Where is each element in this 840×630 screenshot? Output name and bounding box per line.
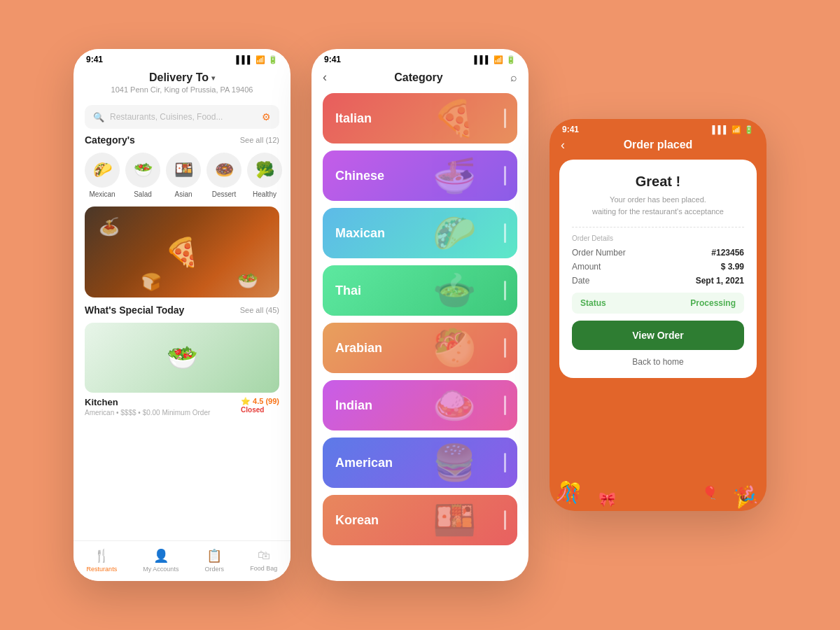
- status-bar-3: 9:41 ▌▌▌ 📶 🔋: [550, 119, 766, 137]
- back-button[interactable]: ‹: [323, 70, 327, 85]
- restaurant-card[interactable]: 🥗 Kitchen American • $$$$ • $0.00 Minimu…: [85, 323, 279, 416]
- delivery-to-label: Delivery To: [149, 71, 209, 84]
- date-key: Date: [572, 276, 589, 286]
- restaurant-image: 🥗: [85, 323, 279, 393]
- restaurant-meta: American • $$$$ • $0.00 Minimum Order: [85, 409, 210, 416]
- back-home-link[interactable]: Back to home: [572, 357, 744, 367]
- category-circle-mexican: 🌮: [85, 153, 120, 188]
- italian-bg: 🍕: [391, 93, 517, 144]
- nav-accounts[interactable]: 👤 My Accounts: [143, 548, 178, 573]
- status-time-2: 9:41: [324, 55, 341, 64]
- phone-order: 9:41 ▌▌▌ 📶 🔋 ‹ Order placed 🎀 🎊 🎉 🎈 ● ● …: [550, 119, 766, 511]
- amount-key: Amount: [572, 262, 601, 272]
- wifi-icon-2: 📶: [493, 55, 503, 64]
- amount-val: $ 3.99: [721, 262, 744, 272]
- category-label-asian: Asian: [174, 190, 192, 198]
- nav-accounts-label: My Accounts: [143, 566, 178, 573]
- restaurant-cuisine: American: [85, 409, 114, 416]
- category-list: Italian 🍕 Chinese 🍜 Maxican 🌮 Thai 🍲 Ara…: [312, 93, 528, 545]
- category-korean[interactable]: Korean 🍱: [323, 495, 517, 545]
- see-all-special[interactable]: See all (45): [240, 306, 279, 314]
- search-placeholder: Restaurants, Cuisines, Food...: [110, 112, 262, 122]
- nav-food-bag-label: Food Bag: [250, 565, 277, 572]
- view-order-button[interactable]: View Order: [572, 321, 744, 350]
- category-label-healthy: Healthy: [253, 190, 276, 198]
- category-dessert[interactable]: 🍩 Dessert: [206, 153, 241, 198]
- delivery-address: 1041 Penn Cir, King of Prussia, PA 19406: [85, 85, 279, 94]
- order-greeting: Great !: [572, 174, 744, 190]
- korean-label: Korean: [335, 513, 379, 528]
- status-bar-1: 9:41 ▌▌▌ 📶 🔋: [74, 49, 290, 67]
- maxican-bg: 🌮: [391, 208, 517, 258]
- arabian-bg: 🥙: [391, 323, 517, 373]
- category-american[interactable]: American 🍔: [323, 438, 517, 488]
- bottom-ribbon-4: 🎈: [702, 485, 718, 500]
- phone-category: 9:41 ▌▌▌ 📶 🔋 ‹ Category ⌕ Italian 🍕 Chin…: [312, 49, 528, 581]
- search-icon: 🔍: [93, 112, 104, 122]
- status-bar-2: 9:41 ▌▌▌ 📶 🔋: [312, 49, 528, 67]
- category-chinese[interactable]: Chinese 🍜: [323, 150, 517, 201]
- food-decoration-4: 🍞: [141, 272, 162, 292]
- chinese-label: Chinese: [335, 169, 384, 183]
- category-circle-dessert: 🍩: [206, 153, 241, 188]
- category-salad[interactable]: 🥗 Salad: [125, 153, 160, 198]
- bottom-ribbon-2: 🎉: [732, 483, 759, 510]
- signal-icon: ▌▌▌: [237, 55, 253, 64]
- thai-label: Thai: [335, 284, 361, 298]
- food-decoration-3: 🥗: [237, 271, 258, 290]
- category-search-button[interactable]: ⌕: [510, 71, 517, 84]
- nav-food-bag[interactable]: 🛍 Food Bag: [250, 548, 277, 573]
- restaurant-info: Kitchen American • $$$$ • $0.00 Minimum …: [85, 397, 279, 416]
- category-thai[interactable]: Thai 🍲: [323, 265, 517, 316]
- categories-grid: 🌮 Mexican 🥗 Salad 🍱 Asian 🍩 Dessert 🥦 He…: [85, 153, 279, 198]
- category-label-salad: Salad: [134, 190, 152, 198]
- special-title: What's Special Today: [85, 304, 184, 316]
- restaurant-price: $$$$: [120, 409, 136, 416]
- battery-icon-3: 🔋: [744, 125, 754, 134]
- categories-header: Category's See all (12): [85, 134, 279, 146]
- order-header: ‹ Order placed: [550, 137, 766, 160]
- food-bag-icon: 🛍: [258, 548, 270, 563]
- phone-delivery: 9:41 ▌▌▌ 📶 🔋 Delivery To ▾ 1041 Penn Cir…: [74, 49, 290, 581]
- nav-restaurants[interactable]: 🍴 Resturants: [87, 548, 118, 573]
- category-healthy[interactable]: 🥦 Healthy: [247, 153, 282, 198]
- filter-icon[interactable]: ⚙: [262, 111, 271, 122]
- bottom-ribbons: 🎊 🎉 🎀 🎈: [550, 455, 766, 511]
- chinese-indicator: [504, 166, 506, 186]
- italian-indicator: [504, 108, 506, 128]
- accounts-icon: 👤: [153, 548, 169, 564]
- battery-icon-2: 🔋: [506, 55, 516, 64]
- category-italian[interactable]: Italian 🍕: [323, 93, 517, 144]
- category-maxican[interactable]: Maxican 🌮: [323, 208, 517, 258]
- search-bar[interactable]: 🔍 Restaurants, Cuisines, Food... ⚙: [85, 105, 279, 129]
- orders-icon: 📋: [206, 548, 222, 564]
- american-label: American: [335, 456, 393, 470]
- status-val: Processing: [690, 298, 736, 308]
- category-header: ‹ Category ⌕: [312, 67, 528, 93]
- see-all-categories[interactable]: See all (12): [240, 136, 279, 144]
- date-row: Date Sept 1, 2021: [572, 276, 744, 286]
- category-label-dessert: Dessert: [212, 190, 236, 198]
- nav-restaurants-label: Resturants: [87, 566, 118, 573]
- signal-icon-3: ▌▌▌: [713, 125, 729, 134]
- category-mexican[interactable]: 🌮 Mexican: [85, 153, 120, 198]
- delivery-to[interactable]: Delivery To ▾: [85, 71, 279, 84]
- status-row: Status Processing: [572, 293, 744, 314]
- korean-indicator: [504, 510, 506, 530]
- category-asian[interactable]: 🍱 Asian: [166, 153, 201, 198]
- category-arabian[interactable]: Arabian 🥙: [323, 323, 517, 373]
- category-indian[interactable]: Indian 🍛: [323, 380, 517, 430]
- restaurant-name: Kitchen: [85, 397, 210, 407]
- order-number-key: Order Number: [572, 248, 626, 258]
- order-back-button[interactable]: ‹: [561, 138, 565, 153]
- bottom-nav: 🍴 Resturants 👤 My Accounts 📋 Orders 🛍 Fo…: [74, 540, 290, 581]
- restaurant-min-order: $0.00 Minimum Order: [143, 409, 211, 416]
- arabian-indicator: [504, 338, 506, 358]
- restaurant-details: Kitchen American • $$$$ • $0.00 Minimum …: [85, 397, 210, 416]
- indian-label: Indian: [335, 398, 372, 413]
- bottom-ribbon-3: 🎀: [598, 491, 616, 507]
- category-circle-salad: 🥗: [125, 153, 160, 188]
- order-number-val: #123456: [711, 248, 744, 258]
- nav-orders[interactable]: 📋 Orders: [205, 548, 225, 573]
- wifi-icon: 📶: [255, 55, 265, 64]
